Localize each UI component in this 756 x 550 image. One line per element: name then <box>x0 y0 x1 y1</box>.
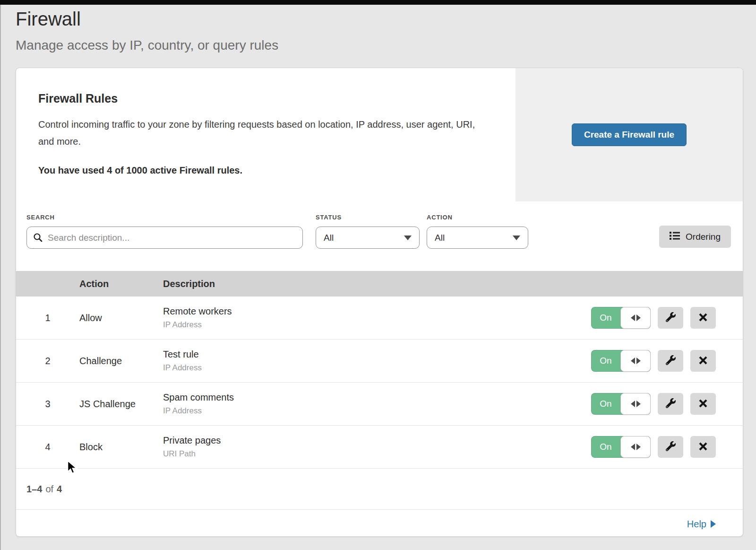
rule-description: Test rule <box>163 349 577 360</box>
delete-rule-button[interactable] <box>690 436 716 458</box>
description-column-header: Description <box>163 279 577 289</box>
rule-toggle[interactable]: On <box>591 350 651 372</box>
create-firewall-rule-button[interactable]: Create a Firewall rule <box>572 123 687 146</box>
pagination-total: 4 <box>57 484 62 495</box>
firewall-rules-card: Firewall Rules Control incoming traffic … <box>16 68 743 537</box>
toggle-handle[interactable] <box>620 436 651 458</box>
close-icon <box>698 442 708 453</box>
pagination-row: 1–4of4 <box>16 469 743 510</box>
status-select[interactable]: All <box>316 227 420 249</box>
rule-match-type: IP Address <box>163 320 577 330</box>
close-icon <box>698 399 708 410</box>
wrench-icon <box>666 441 676 453</box>
toggle-handle[interactable] <box>620 393 651 415</box>
status-group: STATUS All <box>316 214 420 271</box>
arrow-left-icon <box>631 314 635 321</box>
arrow-right-icon <box>636 358 641 364</box>
page-title: Firewall <box>16 7 278 31</box>
intro-section: Firewall Rules Control incoming traffic … <box>16 68 743 201</box>
rule-action: Allow <box>79 313 163 323</box>
page-header: Firewall Manage access by IP, country, o… <box>16 5 278 55</box>
help-link[interactable]: Help <box>687 519 716 530</box>
close-icon <box>698 313 708 323</box>
help-link-label: Help <box>687 519 706 530</box>
status-selected-value: All <box>324 233 334 243</box>
action-label: ACTION <box>427 214 528 221</box>
window-top-edge <box>0 0 756 5</box>
edit-rule-button[interactable] <box>658 307 683 329</box>
ordering-group: Ordering <box>659 214 731 271</box>
ordering-button-label: Ordering <box>686 232 721 242</box>
toggle-on-label: On <box>591 350 620 372</box>
pagination-of: of <box>42 484 57 495</box>
edit-rule-button[interactable] <box>658 393 683 415</box>
table-row: 2 Challenge Test rule IP Address On <box>16 340 743 383</box>
rule-action: JS Challenge <box>79 399 163 410</box>
rule-match-type: IP Address <box>163 406 577 416</box>
arrow-right-icon <box>636 401 641 407</box>
edit-rule-button[interactable] <box>658 436 683 458</box>
wrench-icon <box>666 398 676 410</box>
toggle-on-label: On <box>591 436 620 458</box>
delete-rule-button[interactable] <box>690 350 716 372</box>
arrow-left-icon <box>631 358 635 364</box>
create-rule-panel: Create a Firewall rule <box>515 68 743 201</box>
rule-description: Spam comments <box>163 392 577 403</box>
chevron-down-icon <box>404 236 412 240</box>
rule-toggle[interactable]: On <box>591 393 651 415</box>
search-label: SEARCH <box>26 214 303 221</box>
rule-match-type: IP Address <box>163 363 577 373</box>
edit-rule-button[interactable] <box>658 350 683 372</box>
action-column-header: Action <box>79 279 163 289</box>
search-group: SEARCH <box>26 214 303 271</box>
card-footer: Help <box>16 510 743 537</box>
toggle-handle[interactable] <box>620 350 651 372</box>
arrow-right-icon <box>636 314 641 321</box>
rule-description: Remote workers <box>163 306 577 317</box>
action-select[interactable]: All <box>427 227 528 249</box>
rule-priority: 3 <box>16 399 79 410</box>
rule-priority: 4 <box>16 442 79 453</box>
delete-rule-button[interactable] <box>690 307 716 329</box>
rule-priority: 1 <box>16 313 79 323</box>
rule-action: Challenge <box>79 356 163 367</box>
arrow-left-icon <box>631 401 635 407</box>
ordering-button[interactable]: Ordering <box>659 226 731 248</box>
arrow-right-icon <box>636 444 641 450</box>
toggle-on-label: On <box>591 307 620 329</box>
table-row: 3 JS Challenge Spam comments IP Address … <box>16 383 743 426</box>
intro-heading: Firewall Rules <box>38 92 482 105</box>
search-input[interactable] <box>26 227 303 249</box>
chevron-down-icon <box>513 236 520 240</box>
arrow-right-icon <box>711 520 716 528</box>
pagination-range: 1–4 <box>26 484 42 495</box>
rule-action: Block <box>79 442 163 453</box>
table-header: Action Description <box>16 271 743 297</box>
table-row: 4 Block Private pages URI Path On <box>16 426 743 469</box>
rules-usage-text: You have used 4 of 1000 active Firewall … <box>38 165 482 176</box>
rule-toggle[interactable]: On <box>591 436 651 458</box>
ordering-list-icon <box>670 231 680 243</box>
page-subtitle: Manage access by IP, country, or query r… <box>16 36 278 55</box>
table-row: 1 Allow Remote workers IP Address On <box>16 297 743 340</box>
rule-toggle[interactable]: On <box>591 307 651 329</box>
toggle-handle[interactable] <box>620 307 651 329</box>
rule-match-type: URI Path <box>163 449 577 459</box>
status-label: STATUS <box>316 214 420 221</box>
window-left-edge <box>0 5 1 550</box>
wrench-icon <box>666 355 676 367</box>
toggle-on-label: On <box>591 393 620 415</box>
filter-bar: SEARCH STATUS All ACTION All <box>16 201 743 271</box>
close-icon <box>698 356 708 367</box>
intro-text-panel: Firewall Rules Control incoming traffic … <box>16 68 515 201</box>
arrow-left-icon <box>631 444 635 450</box>
rule-priority: 2 <box>16 356 79 367</box>
search-icon <box>33 233 43 244</box>
mouse-cursor <box>67 460 79 476</box>
wrench-icon <box>666 312 676 323</box>
delete-rule-button[interactable] <box>690 393 716 415</box>
action-selected-value: All <box>435 233 445 243</box>
intro-description: Control incoming traffic to your zone by… <box>38 116 482 150</box>
action-group: ACTION All <box>427 214 528 271</box>
rule-description: Private pages <box>163 435 577 446</box>
